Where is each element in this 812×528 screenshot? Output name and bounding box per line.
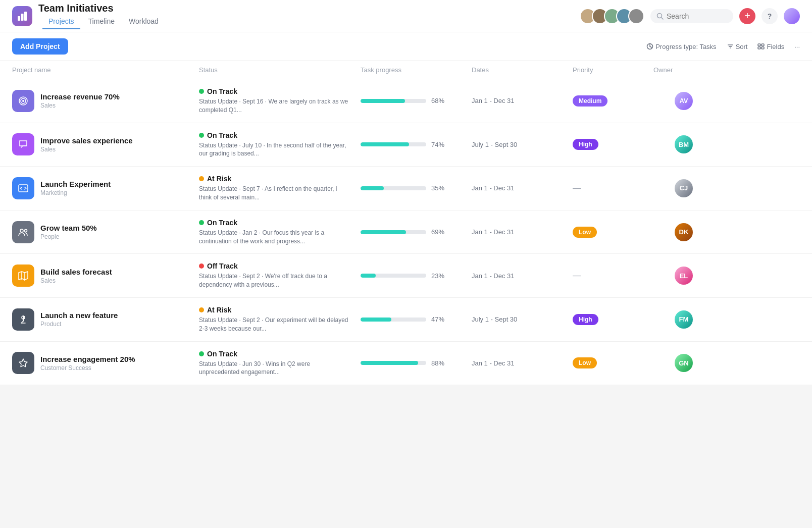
project-info: Improve sales experience Sales xyxy=(12,133,199,155)
priority-badge: Low xyxy=(573,227,597,238)
priority-col: — xyxy=(573,271,653,280)
tab-projects[interactable]: Projects xyxy=(42,14,80,29)
app-title: Team Initiatives xyxy=(38,3,165,14)
table-row[interactable]: Improve sales experience Sales On Track … xyxy=(0,123,812,167)
search-box[interactable] xyxy=(650,9,733,23)
owner-avatar: DK xyxy=(675,223,693,241)
add-button[interactable]: + xyxy=(739,8,755,24)
status-indicator: At Risk xyxy=(199,306,361,314)
dates-col: Jan 1 - Dec 31 xyxy=(472,97,573,104)
table-row[interactable]: Launch a new feature Product At Risk Sta… xyxy=(0,298,812,342)
priority-badge: Medium xyxy=(573,95,607,107)
table-row[interactable]: Increase engagement 20% Customer Success… xyxy=(0,342,812,386)
owner-col: AV xyxy=(653,92,714,110)
svg-rect-9 xyxy=(758,44,760,46)
status-update: Status Update · Sept 2 · We're off track… xyxy=(199,272,350,289)
status-indicator: Off Track xyxy=(199,262,361,270)
owner-col: EL xyxy=(653,267,714,285)
project-icon xyxy=(12,90,34,112)
progress-bar-fill xyxy=(361,274,376,278)
progress-col: 88% xyxy=(361,359,472,367)
project-name-group: Grow team 50% People xyxy=(40,224,97,240)
search-input[interactable] xyxy=(667,12,727,20)
fields-button[interactable]: Fields xyxy=(757,43,784,50)
table-row[interactable]: Increase revenue 70% Sales On Track Stat… xyxy=(0,79,812,123)
project-info: Increase engagement 20% Customer Success xyxy=(12,352,199,374)
more-options-button[interactable]: ··· xyxy=(794,43,800,50)
table-row[interactable]: Build sales forecast Sales Off Track Sta… xyxy=(0,254,812,298)
owner-avatar: EL xyxy=(675,267,693,285)
progress-type-selector[interactable]: Progress type: Tasks xyxy=(646,43,716,50)
dates-col: Jan 1 - Dec 31 xyxy=(472,272,573,280)
app-header: Team Initiatives Projects Timeline Workl… xyxy=(0,0,812,32)
status-update: Status Update · Sept 2 · Our experiment … xyxy=(199,316,350,333)
owner-avatar: CJ xyxy=(675,179,693,197)
status-col: On Track Status Update · Sept 16 · We ar… xyxy=(199,87,361,115)
project-info: Launch Experiment Marketing xyxy=(12,177,199,199)
progress-bar-bg xyxy=(361,318,426,322)
svg-rect-2 xyxy=(24,12,27,21)
table-row[interactable]: Launch Experiment Marketing At Risk Stat… xyxy=(0,167,812,210)
project-icon xyxy=(12,308,34,331)
progress-bar-fill xyxy=(361,186,384,190)
project-name-group: Build sales forecast Sales xyxy=(40,268,112,284)
progress-bar-bg xyxy=(361,142,426,146)
progress-col: 74% xyxy=(361,141,472,148)
project-info: Build sales forecast Sales xyxy=(12,265,199,287)
progress-icon xyxy=(646,43,653,50)
priority-col: Low xyxy=(573,227,653,238)
toolbar: Add Project Progress type: Tasks Sort xyxy=(0,32,812,61)
status-label: On Track xyxy=(207,350,237,358)
project-name-group: Launch Experiment Marketing xyxy=(40,180,111,196)
project-rows: Increase revenue 70% Sales On Track Stat… xyxy=(0,79,812,385)
project-info: Grow team 50% People xyxy=(12,221,199,243)
add-project-button[interactable]: Add Project xyxy=(12,38,68,55)
project-name-group: Increase revenue 70% Sales xyxy=(40,92,120,109)
avatar-5 xyxy=(628,8,644,24)
progress-pct: 35% xyxy=(431,184,449,192)
project-name-group: Increase engagement 20% Customer Success xyxy=(40,355,135,372)
help-button[interactable]: ? xyxy=(762,8,778,24)
progress-bar-fill xyxy=(361,361,418,365)
project-icon xyxy=(12,352,34,374)
tab-timeline[interactable]: Timeline xyxy=(82,14,121,29)
status-update: Status Update · Jun 30 · Wins in Q2 were… xyxy=(199,360,350,377)
header-right: + ? xyxy=(580,8,800,24)
project-team: People xyxy=(40,233,97,240)
status-update: Status Update · July 10 · In the second … xyxy=(199,141,350,159)
status-indicator: On Track xyxy=(199,219,361,227)
status-update: Status Update · Sept 7 · As I reflect on… xyxy=(199,185,350,202)
progress-col: 68% xyxy=(361,97,472,104)
table-row[interactable]: Grow team 50% People On Track Status Upd… xyxy=(0,210,812,254)
status-dot xyxy=(199,176,204,181)
progress-col: 23% xyxy=(361,272,472,280)
owner-col: CJ xyxy=(653,179,714,197)
project-name-group: Launch a new feature Product xyxy=(40,311,118,328)
progress-bar-fill xyxy=(361,318,391,322)
status-label: At Risk xyxy=(207,306,231,314)
sort-button[interactable]: Sort xyxy=(727,43,748,50)
status-label: On Track xyxy=(207,87,237,95)
header-left: Team Initiatives Projects Timeline Workl… xyxy=(12,3,165,29)
project-name: Launch Experiment xyxy=(40,180,111,188)
project-name: Build sales forecast xyxy=(40,268,112,276)
svg-line-4 xyxy=(662,17,664,19)
progress-pct: 68% xyxy=(431,97,449,104)
progress-bar-fill xyxy=(361,142,409,146)
project-team: Sales xyxy=(40,277,112,284)
status-indicator: At Risk xyxy=(199,175,361,183)
projects-table: Project name Status Task progress Dates … xyxy=(0,61,812,385)
user-avatar[interactable] xyxy=(784,8,800,24)
col-header-dates: Dates xyxy=(472,66,573,74)
status-dot xyxy=(199,263,204,269)
svg-rect-12 xyxy=(762,47,764,49)
progress-col: 35% xyxy=(361,184,472,192)
status-dot xyxy=(199,89,204,94)
status-dot xyxy=(199,351,204,356)
status-label: On Track xyxy=(207,131,237,139)
toolbar-right: Progress type: Tasks Sort Fields ··· xyxy=(646,43,800,50)
svg-rect-0 xyxy=(18,16,20,21)
status-dot xyxy=(199,220,204,225)
tab-workload[interactable]: Workload xyxy=(123,14,165,29)
status-dot xyxy=(199,307,204,312)
